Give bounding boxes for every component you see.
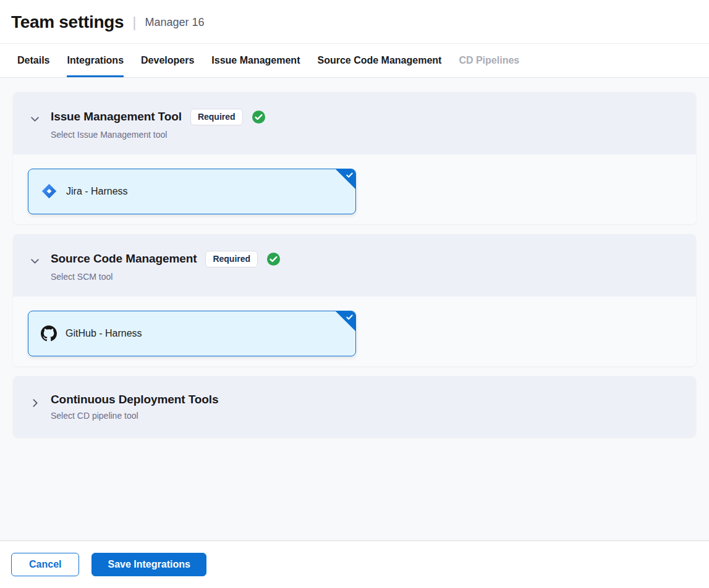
github-icon <box>41 326 57 342</box>
title-divider: | <box>132 15 136 30</box>
cancel-button[interactable]: Cancel <box>11 553 79 576</box>
section-title: Source Code Management <box>51 252 197 266</box>
section-continuous-deployment: Continuous Deployment Tools Select CD pi… <box>13 376 696 437</box>
selected-check-icon <box>346 313 354 321</box>
selected-check-icon <box>346 171 354 179</box>
section-header-scm: Source Code Management Required Select S… <box>13 234 696 296</box>
section-subtitle: Select CD pipeline tool <box>51 411 218 421</box>
section-subtitle: Select Issue Management tool <box>51 130 266 140</box>
chevron-down-icon[interactable] <box>30 114 40 124</box>
section-subtitle: Select SCM tool <box>51 272 281 282</box>
save-integrations-button[interactable]: Save Integrations <box>91 553 206 576</box>
tab-issue-management[interactable]: Issue Management <box>211 44 300 77</box>
section-body-issue-management: Jira - Harness <box>13 154 696 224</box>
tab-source-code-management[interactable]: Source Code Management <box>317 44 441 77</box>
tab-integrations[interactable]: Integrations <box>67 44 124 77</box>
tab-details[interactable]: Details <box>17 44 49 77</box>
section-body-scm: GitHub - Harness <box>13 296 696 366</box>
option-card-github-harness[interactable]: GitHub - Harness <box>28 311 356 356</box>
option-label: Jira - Harness <box>66 186 128 197</box>
section-header-issue-management: Issue Management Tool Required Select Is… <box>13 92 696 154</box>
option-label: GitHub - Harness <box>66 328 142 339</box>
section-title: Continuous Deployment Tools <box>51 393 218 406</box>
tab-bar: Details Integrations Developers Issue Ma… <box>0 44 709 78</box>
integrations-content: Issue Management Tool Required Select Is… <box>0 78 709 540</box>
option-card-jira-harness[interactable]: Jira - Harness <box>28 169 356 214</box>
page-title: Team settings <box>11 12 124 32</box>
jira-icon <box>41 183 57 200</box>
section-header-cd: Continuous Deployment Tools Select CD pi… <box>13 376 696 437</box>
page-subtitle: Manager 16 <box>145 16 205 29</box>
page-header: Team settings | Manager 16 <box>0 0 709 44</box>
tab-developers[interactable]: Developers <box>141 44 194 77</box>
required-badge: Required <box>205 251 258 267</box>
tab-cd-pipelines: CD Pipelines <box>459 44 519 77</box>
required-badge: Required <box>190 109 243 125</box>
chevron-down-icon[interactable] <box>30 256 40 266</box>
footer-action-bar: Cancel Save Integrations <box>0 540 709 588</box>
section-source-code-management: Source Code Management Required Select S… <box>13 234 696 366</box>
check-circle-icon <box>266 252 281 266</box>
section-issue-management-tool: Issue Management Tool Required Select Is… <box>13 92 696 224</box>
section-title: Issue Management Tool <box>51 110 182 124</box>
chevron-right-icon[interactable] <box>30 398 40 408</box>
check-circle-icon <box>252 110 266 124</box>
